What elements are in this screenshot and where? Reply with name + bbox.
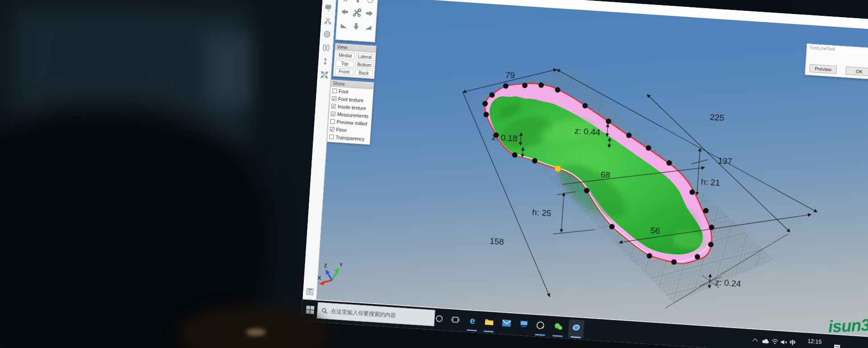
vertical-resize-icon[interactable]	[321, 57, 329, 66]
view-front-button[interactable]: Front	[335, 68, 354, 76]
pan-right-icon[interactable]	[364, 9, 374, 18]
store-icon[interactable]	[518, 318, 530, 330]
pan-up-icon[interactable]	[353, 0, 363, 4]
checkbox-foot[interactable]	[332, 89, 337, 94]
edge-browser-icon[interactable]: e	[467, 315, 478, 327]
monitor-screen: 79 225 137 158 56 68 h: 21 h: 25 z: 0.44…	[298, 0, 868, 348]
insole-pair-icon[interactable]	[321, 43, 330, 52]
mail-icon[interactable]	[500, 317, 512, 329]
view-panel: View Medial Lateral Top Bottom Front Bac…	[333, 43, 377, 79]
checkbox-floor[interactable]: ✓	[330, 127, 335, 132]
viewport-3d[interactable]	[316, 0, 868, 338]
taskbar-search-input[interactable]: 在这里输入你要搜索的内容	[317, 302, 435, 326]
expand-arrows-icon[interactable]	[320, 71, 328, 79]
photos-app-icon[interactable]	[571, 322, 582, 334]
view-medial-button[interactable]: Medial	[336, 52, 354, 60]
tray-chevron-icon[interactable]	[752, 337, 760, 344]
checkbox-insole-texture[interactable]: ✓	[331, 104, 336, 109]
tilt-left-icon[interactable]	[340, 21, 349, 30]
rotate-ccw-icon[interactable]	[341, 0, 351, 3]
pan-down-icon[interactable]	[351, 21, 361, 31]
pan-left-icon[interactable]	[340, 7, 350, 17]
hatched-ellipse-icon[interactable]	[322, 30, 331, 38]
navigation-pad	[335, 0, 379, 42]
tilt-right-icon[interactable]	[363, 22, 373, 32]
view-back-button[interactable]: Back	[354, 69, 373, 77]
task-view-icon[interactable]	[450, 314, 462, 325]
scissors-icon[interactable]	[323, 16, 332, 25]
search-icon	[321, 307, 328, 314]
checkbox-transparency[interactable]	[329, 135, 334, 140]
select-region-icon[interactable]	[324, 3, 333, 11]
ok-button[interactable]: OK	[845, 66, 868, 76]
background-glow	[206, 34, 251, 106]
search-placeholder-text: 在这里输入你要搜索的内容	[330, 307, 396, 320]
trimlinetool-dialog: TrimLineTool Preview OK	[805, 43, 868, 80]
brand-watermark: isun3d	[828, 315, 868, 337]
volume-icon[interactable]	[780, 339, 788, 346]
file-explorer-icon[interactable]	[483, 316, 495, 328]
view-lateral-button[interactable]: Lateral	[355, 53, 374, 61]
tools-icon[interactable]	[352, 7, 362, 18]
ime-indicator[interactable]: 中	[789, 339, 797, 347]
preview-button[interactable]: Preview	[809, 64, 837, 74]
save-icon[interactable]	[305, 287, 315, 296]
checkbox-foot-texture[interactable]: ✓	[332, 96, 337, 101]
tray-window-icon[interactable]	[834, 345, 840, 348]
taskbar-clock[interactable]: 12:15	[802, 338, 827, 346]
network-wifi-icon[interactable]	[771, 338, 778, 345]
cortana-icon[interactable]	[434, 313, 445, 324]
wechat-icon[interactable]	[552, 320, 564, 332]
photo-scene: 79 225 137 158 56 68 h: 21 h: 25 z: 0.44…	[0, 0, 868, 348]
view-top-button[interactable]: Top	[335, 60, 354, 68]
checkbox-measurements[interactable]: ✓	[331, 112, 336, 117]
ring-highlight	[246, 329, 266, 336]
checkbox-preview-milled[interactable]	[330, 119, 335, 124]
view-bottom-button[interactable]: Bottom	[355, 61, 373, 69]
onedrive-cloud-icon[interactable]	[762, 337, 769, 345]
circle-app-icon[interactable]	[534, 320, 546, 331]
rotate-cw-icon[interactable]	[365, 0, 375, 5]
show-panel: Show Foot ✓ Foot texture ✓ Insole textur…	[327, 80, 374, 145]
